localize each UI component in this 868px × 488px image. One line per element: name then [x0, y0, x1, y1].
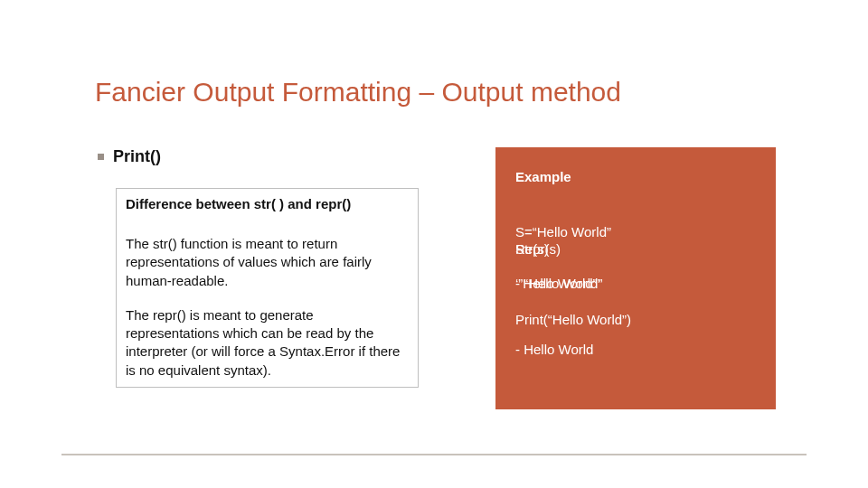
example-line-5: - Hello World — [515, 342, 756, 357]
example-stack-2: - “Hello World” ‘”Hello World”’ — [515, 276, 756, 296]
example-stack-1b: Str(s) — [515, 241, 549, 257]
example-heading: Example — [515, 169, 756, 184]
example-line-4: Print(“Hello World”) — [515, 312, 756, 327]
bullet-item: Print() — [98, 147, 161, 166]
example-stack-2b: ‘”Hello World”’ — [515, 276, 600, 291]
example-panel: Example S=“Hello World” Repr(s) Str(s) -… — [495, 147, 776, 409]
footer-divider — [61, 454, 807, 455]
description-subhead: Difference between str( ) and repr() — [126, 196, 409, 211]
slide: Fancier Output Formatting – Output metho… — [0, 0, 868, 488]
example-stack-1: Repr(s) Str(s) — [515, 241, 756, 259]
description-para-2: The repr() is meant to generate represen… — [126, 306, 409, 380]
example-line-1: S=“Hello World” — [515, 224, 756, 239]
bullet-square-icon — [98, 154, 104, 160]
description-box: Difference between str( ) and repr() The… — [116, 188, 419, 388]
slide-title: Fancier Output Formatting – Output metho… — [95, 77, 621, 108]
bullet-label: Print() — [113, 147, 161, 166]
description-para-1: The str() function is meant to return re… — [126, 235, 409, 290]
